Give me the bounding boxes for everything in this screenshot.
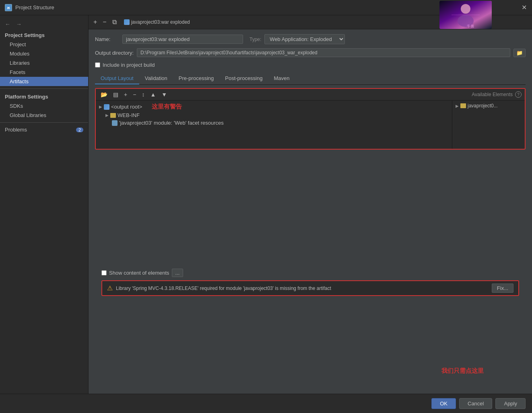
output-dir-row: Output directory: 📁 (95, 48, 526, 57)
content-area: + − ⧉ javaproject03:war exploded Name: T… (89, 15, 532, 394)
window-title: Project Structure (15, 4, 54, 10)
nav-back[interactable]: ← (3, 20, 12, 28)
tree-item-module-facet[interactable]: 'javaproject03' module: 'Web' facet reso… (99, 119, 449, 127)
module-icon (112, 120, 118, 126)
type-select[interactable]: Web Application: Exploded (264, 34, 345, 44)
sidebar-item-project[interactable]: Project (0, 40, 88, 49)
folder-icon (460, 103, 466, 108)
show-content-checkbox[interactable] (101, 270, 107, 275)
content-spacer (95, 153, 526, 265)
output-dir-input[interactable] (137, 48, 510, 57)
dialog-buttons: OK Cancel Apply (0, 394, 532, 413)
show-content-label: Show content of elements (109, 270, 169, 276)
cancel-button[interactable]: Cancel (459, 398, 492, 409)
add-artifact-button[interactable]: + (92, 18, 99, 27)
name-input[interactable] (122, 35, 243, 44)
output-dir-label: Output directory: (95, 50, 134, 56)
tab-label: Maven (274, 75, 289, 81)
dots-button[interactable]: ... (172, 269, 184, 277)
sidebar-divider (0, 88, 88, 89)
tree-arrow: ▶ (456, 104, 459, 108)
browse-folder-button[interactable]: 📁 (513, 49, 526, 57)
include-build-label: Include in project build (103, 62, 155, 68)
tab-maven[interactable]: Maven (268, 73, 295, 84)
remove-artifact-button[interactable]: − (101, 18, 108, 27)
folder-tool-button[interactable]: 📂 (99, 90, 109, 99)
tab-validation[interactable]: Validation (139, 73, 173, 84)
type-label: Type: (250, 37, 261, 42)
problems-label: Problems (5, 127, 27, 133)
tab-label: Output Layout (101, 75, 134, 81)
app-icon: Ж (5, 4, 12, 11)
artifact-name: javaproject03:war exploded (131, 19, 190, 25)
sidebar-item-libraries[interactable]: Libraries (0, 58, 88, 68)
main-layout: ← → Project Settings Project Modules Lib… (0, 15, 532, 394)
artifact-icon (124, 19, 130, 25)
artifact-list-item[interactable]: javaproject03:war exploded (121, 18, 193, 26)
sidebar-item-modules[interactable]: Modules (0, 49, 88, 58)
detail-panel: Name: Type: Web Application: Exploded Ou… (89, 29, 532, 394)
tab-label: Pre-processing (179, 75, 214, 81)
tree-item-label: <output root> (111, 104, 142, 110)
down-tool-button[interactable]: ▼ (160, 90, 169, 99)
sidebar-item-facets[interactable]: Facets (0, 68, 88, 77)
tab-output-layout[interactable]: Output Layout (95, 73, 139, 84)
sidebar-item-label: Libraries (10, 60, 30, 66)
fix-button[interactable]: Fix... (492, 284, 513, 293)
copy-artifact-button[interactable]: ⧉ (111, 18, 118, 27)
nav-forward[interactable]: → (14, 20, 23, 28)
tree-arrow: ▶ (99, 105, 102, 109)
name-row: Name: Type: Web Application: Exploded (95, 34, 526, 44)
tree-arrow: ▶ (105, 113, 109, 117)
warning-text: Library 'Spring MVC-4.3.18.RELEASE' requ… (116, 286, 489, 291)
sidebar-item-artifacts[interactable]: Artifacts (0, 77, 88, 86)
apply-button[interactable]: Apply (495, 398, 526, 409)
sort-tool-button[interactable]: ↕ (140, 90, 146, 99)
platform-settings-header: Platform Settings (0, 91, 88, 101)
sidebar-item-label: Modules (10, 51, 29, 57)
title-bar-left: Ж Project Structure (5, 4, 54, 11)
sidebar-item-label: Global Libraries (10, 112, 46, 118)
sidebar-item-label: Project (10, 41, 26, 47)
sidebar-divider2 (0, 122, 88, 123)
include-build-checkbox[interactable] (95, 62, 100, 68)
warning-bar: ⚠ Library 'Spring MVC-4.3.18.RELEASE' re… (101, 280, 519, 296)
close-button[interactable]: ✕ (521, 4, 527, 11)
tree-item-output-root[interactable]: ▶ <output root> 这里有警告 (99, 102, 449, 111)
tab-post-processing[interactable]: Post-processing (219, 73, 268, 84)
tree-item-webinf[interactable]: ▶ WEB-INF (99, 111, 449, 119)
tab-label: Post-processing (225, 75, 262, 81)
sidebar-toolbar: ← → (0, 18, 88, 30)
svg-point-3 (461, 4, 470, 14)
warning-annotation-text: 这里有警告 (152, 103, 182, 111)
tab-pre-processing[interactable]: Pre-processing (173, 73, 219, 84)
warning-icon: ⚠ (107, 284, 113, 292)
up-tool-button[interactable]: ▲ (148, 90, 157, 99)
layout-left-panel: ▶ <output root> 这里有警告 ▶ WEB-INF (96, 101, 452, 149)
sidebar: ← → Project Settings Project Modules Lib… (0, 15, 89, 394)
sidebar-item-sdks[interactable]: SDKs (0, 101, 88, 111)
sidebar-item-global-libraries[interactable]: Global Libraries (0, 111, 88, 120)
ok-button[interactable]: OK (431, 398, 456, 409)
tabs-bar: Output Layout Validation Pre-processing … (95, 73, 526, 85)
available-tree-item[interactable]: ▶ javaproject0... (456, 102, 522, 109)
name-label: Name: (95, 36, 119, 42)
show-content-row: Show content of elements ... (101, 269, 519, 277)
add-tool-button[interactable]: + (122, 90, 129, 99)
sidebar-item-label: Facets (10, 69, 25, 75)
layout-toolbar: 📂 ▤ + − ↕ ▲ ▼ Available Elements ? (96, 89, 525, 101)
title-bar: Ж Project Structure 千 面 ✕ (0, 0, 532, 15)
bottom-section: Show content of elements ... ⚠ Library '… (95, 265, 526, 299)
help-icon[interactable]: ? (515, 91, 522, 98)
folder-icon (110, 113, 116, 118)
sidebar-item-label: Artifacts (10, 78, 29, 84)
available-item-label: javaproject0... (468, 103, 498, 109)
layout-content: ▶ <output root> 这里有警告 ▶ WEB-INF (96, 101, 525, 149)
layout-right-panel: ▶ javaproject0... (452, 101, 525, 149)
sidebar-item-problems[interactable]: Problems 2 (0, 125, 88, 134)
grid-tool-button[interactable]: ▤ (111, 90, 120, 99)
problems-badge: 2 (76, 127, 83, 132)
project-settings-header: Project Settings (0, 30, 88, 40)
remove-tool-button[interactable]: − (131, 90, 138, 99)
artifact-icon (104, 104, 109, 110)
